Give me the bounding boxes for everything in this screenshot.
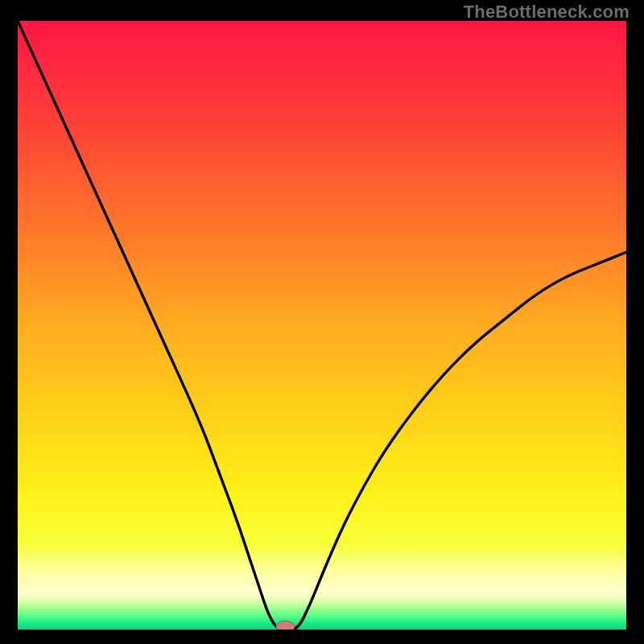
chart-background [18, 21, 626, 630]
bottleneck-chart [18, 21, 626, 630]
chart-frame: TheBottleneck.com [0, 0, 644, 644]
optimal-marker [276, 621, 295, 630]
watermark-text: TheBottleneck.com [464, 2, 630, 23]
